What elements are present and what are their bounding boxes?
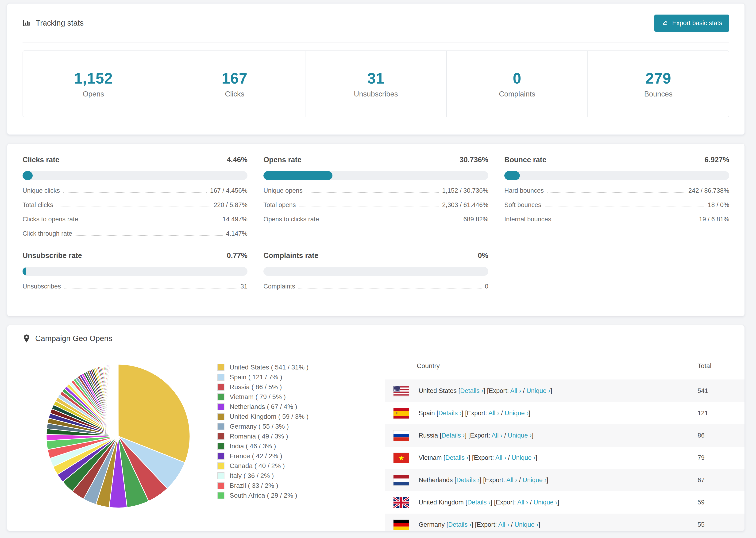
rate-title: Clicks rate xyxy=(23,156,59,164)
rate-row-value: 18 / 0% xyxy=(708,201,729,209)
export-all-link[interactable]: All › xyxy=(507,476,517,484)
geo-title: Campaign Geo Opens xyxy=(35,334,112,343)
geo-table-header: Country Total xyxy=(385,352,744,380)
export-all-link[interactable]: All › xyxy=(510,387,521,394)
rate-row-value: 167 / 4.456% xyxy=(210,187,247,194)
rate-rows: Unique clicks167 / 4.456%Total clicks220… xyxy=(23,187,247,237)
rate-percent: 30.736% xyxy=(460,156,488,164)
export-unique-link[interactable]: Unique › xyxy=(508,432,532,439)
dotted-leader xyxy=(57,207,210,207)
legend-swatch xyxy=(217,394,225,401)
rate-row: Complaints0 xyxy=(263,283,488,290)
dotted-leader xyxy=(547,192,685,193)
dotted-leader xyxy=(306,192,439,193)
stat-cell-clicks: 167Clicks xyxy=(164,51,305,117)
total-column-header: Total xyxy=(691,362,744,370)
legend-swatch xyxy=(217,413,225,420)
flag-gb-icon xyxy=(393,497,409,508)
flag-us-icon xyxy=(393,386,409,397)
legend-swatch xyxy=(217,462,225,469)
rate-row: Total opens2,303 / 61.446% xyxy=(263,201,488,209)
country-links: Russia [Details ›] [Export: All › / Uniq… xyxy=(419,432,533,439)
export-unique-link[interactable]: Unique › xyxy=(523,476,547,484)
stat-cell-bounces: 279Bounces xyxy=(587,51,729,117)
rate-row-label: Total opens xyxy=(263,201,296,209)
export-all-link[interactable]: All › xyxy=(495,454,507,461)
rate-progress-bar xyxy=(23,267,247,276)
country-cell: Germany [Details ›] [Export: All › / Uni… xyxy=(385,519,691,530)
country-links: Germany [Details ›] [Export: All › / Uni… xyxy=(419,521,540,528)
details-link[interactable]: Details › xyxy=(445,454,469,461)
export-all-link[interactable]: All › xyxy=(488,409,499,417)
country-links: Spain [Details ›] [Export: All › / Uniqu… xyxy=(419,409,530,417)
details-link[interactable]: Details › xyxy=(457,476,480,484)
details-link[interactable]: Details › xyxy=(460,387,483,394)
flag-de-icon xyxy=(393,519,409,530)
rate-progress-bar xyxy=(263,171,488,180)
stat-value: 279 xyxy=(645,70,671,87)
stat-label: Bounces xyxy=(644,90,673,98)
rate-row-label: Unique opens xyxy=(263,187,303,194)
flag-ru-icon xyxy=(393,430,409,441)
tracking-stats-card: Tracking stats Export basic stats 1,152O… xyxy=(7,3,745,135)
legend-item: Brazil ( 33 / 2% ) xyxy=(217,481,308,491)
rate-row-label: Click through rate xyxy=(23,230,72,237)
rate-block-header: Unsubscribe rate0.77% xyxy=(23,251,247,260)
export-unique-link[interactable]: Unique › xyxy=(533,499,557,506)
dotted-leader xyxy=(81,221,219,221)
country-cell: Russia [Details ›] [Export: All › / Uniq… xyxy=(385,430,691,441)
rate-row-label: Complaints xyxy=(263,283,295,290)
details-link[interactable]: Details › xyxy=(438,409,461,417)
legend-item: Germany ( 55 / 3% ) xyxy=(217,422,308,431)
legend-swatch xyxy=(217,472,225,479)
legend-item: Italy ( 36 / 2% ) xyxy=(217,471,308,481)
export-all-link[interactable]: All › xyxy=(498,521,509,528)
total-cell: 86 xyxy=(691,432,744,439)
rate-row-label: Unsubscribes xyxy=(23,283,61,290)
legend-label: Canada ( 40 / 2% ) xyxy=(230,462,285,470)
country-cell: United States [Details ›] [Export: All ›… xyxy=(385,386,691,397)
table-row: Netherlands [Details ›] [Export: All › /… xyxy=(385,469,744,491)
rate-row-value: 689.82% xyxy=(463,216,488,223)
rate-block-header: Clicks rate4.46% xyxy=(23,156,247,164)
stat-label: Clicks xyxy=(225,90,244,98)
geo-table: Country Total United States [Details ›] … xyxy=(385,352,744,531)
country-cell: Vietnam [Details ›] [Export: All › / Uni… xyxy=(385,453,691,463)
rate-row: Total clicks220 / 5.87% xyxy=(23,201,247,209)
export-unique-link[interactable]: Unique › xyxy=(512,454,536,461)
export-all-link[interactable]: All › xyxy=(517,499,528,506)
legend-item: United Kingdom ( 59 / 3% ) xyxy=(217,412,308,422)
legend-swatch xyxy=(217,423,225,430)
stat-value: 31 xyxy=(367,70,384,87)
rate-row-value: 220 / 5.87% xyxy=(214,201,247,209)
rate-row-value: 0 xyxy=(485,283,488,290)
stat-label: Complaints xyxy=(499,90,535,98)
rate-title: Unsubscribe rate xyxy=(23,251,82,260)
dotted-leader xyxy=(545,207,705,207)
rate-row-label: Soft bounces xyxy=(504,201,541,209)
export-unique-link[interactable]: Unique › xyxy=(514,521,538,528)
tracking-stats-header: Tracking stats Export basic stats xyxy=(23,4,729,43)
legend-item: Netherlands ( 67 / 4% ) xyxy=(217,402,308,412)
export-basic-stats-button[interactable]: Export basic stats xyxy=(654,15,729,32)
rate-row: Internal bounces19 / 6.81% xyxy=(504,216,729,223)
export-unique-link[interactable]: Unique › xyxy=(526,387,550,394)
legend-item: South Africa ( 29 / 2% ) xyxy=(217,491,308,501)
unsubscribe-rate-block: Unsubscribe rate0.77%Unsubscribes31 xyxy=(23,251,247,290)
details-link[interactable]: Details › xyxy=(442,432,465,439)
legend-swatch xyxy=(217,403,225,410)
legend-item: Romania ( 49 / 3% ) xyxy=(217,431,308,441)
rate-row-value: 2,303 / 61.446% xyxy=(442,201,488,209)
legend-label: United Kingdom ( 59 / 3% ) xyxy=(230,413,308,420)
details-link[interactable]: Details › xyxy=(448,521,471,528)
flag-vn-icon xyxy=(393,453,409,463)
legend-label: Vietnam ( 79 / 5% ) xyxy=(230,393,286,401)
rate-title: Complaints rate xyxy=(263,251,318,260)
stat-cell-unsubscribes: 31Unsubscribes xyxy=(305,51,446,117)
rate-row: Unsubscribes31 xyxy=(23,283,247,290)
export-all-link[interactable]: All › xyxy=(492,432,503,439)
details-link[interactable]: Details › xyxy=(467,499,490,506)
table-row: Germany [Details ›] [Export: All › / Uni… xyxy=(385,513,744,531)
export-unique-link[interactable]: Unique › xyxy=(505,409,528,417)
complaints-rate-block: Complaints rate0%Complaints0 xyxy=(263,251,488,290)
